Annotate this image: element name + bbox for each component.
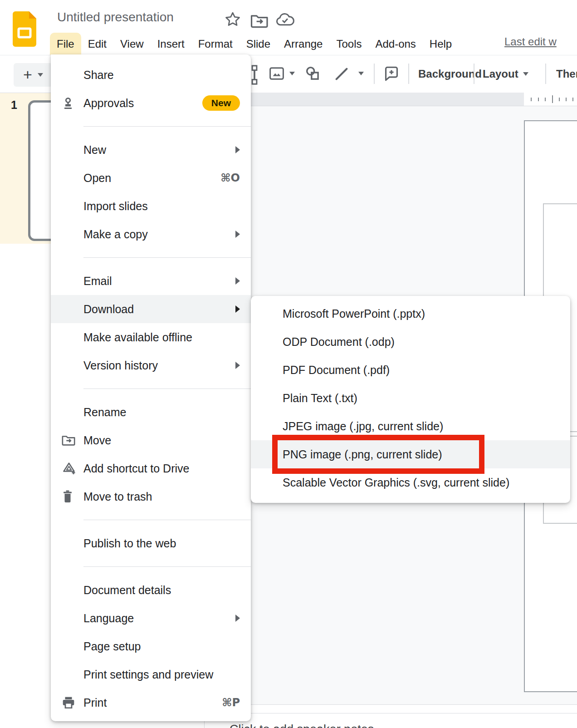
toolbar-divider [474, 64, 474, 84]
insert-comment-icon[interactable] [384, 66, 399, 82]
menu-item-email[interactable]: Email [51, 267, 251, 295]
menu-divider [83, 389, 251, 389]
layout-button[interactable]: Layout [483, 68, 528, 80]
menu-insert[interactable]: Insert [151, 33, 191, 55]
submenu-item-txt[interactable]: Plain Text (.txt) [251, 384, 570, 412]
shortcut-label: ⌘P [222, 696, 240, 709]
chevron-down-icon[interactable] [38, 73, 43, 77]
menu-divider [83, 257, 251, 258]
speaker-notes-box[interactable]: Click to add speaker notes [204, 713, 577, 728]
menu-item-new[interactable]: New [51, 136, 251, 164]
menu-item-add-shortcut-to-drive[interactable]: Add shortcut to Drive [51, 454, 251, 482]
insert-shape-icon[interactable] [305, 66, 321, 81]
folder-move-icon [62, 434, 76, 446]
menu-addons[interactable]: Add-ons [368, 33, 422, 55]
app-header: Untitled presentation File Edit View Ins… [0, 0, 577, 55]
menu-tools[interactable]: Tools [329, 33, 368, 55]
menu-item-language[interactable]: Language [51, 604, 251, 632]
speaker-notes-placeholder: Click to add speaker notes [230, 723, 374, 728]
menu-divider [83, 520, 251, 520]
menu-arrange[interactable]: Arrange [277, 33, 329, 55]
menu-item-rename[interactable]: Rename [51, 398, 251, 426]
menu-format[interactable]: Format [191, 33, 240, 55]
submenu-arrow-icon [235, 362, 240, 369]
insert-image-icon[interactable] [269, 67, 284, 80]
menu-item-publish-to-the-web[interactable]: Publish to the web [51, 529, 251, 557]
submenu-arrow-icon [235, 146, 240, 153]
menu-edit[interactable]: Edit [81, 33, 113, 55]
menu-divider [83, 126, 251, 127]
menu-help[interactable]: Help [423, 33, 459, 55]
red-highlight-box [272, 435, 484, 474]
submenu-arrow-icon [235, 231, 240, 238]
trash-icon [62, 490, 73, 503]
theme-button[interactable]: Ther [556, 68, 577, 80]
submenu-arrow-icon [235, 277, 240, 285]
menu-item-make-a-copy[interactable]: Make a copy [51, 220, 251, 248]
cloud-check-icon[interactable] [275, 13, 295, 28]
shortcut-label: ⌘O [220, 172, 240, 184]
submenu-item-pptx[interactable]: Microsoft PowerPoint (.pptx) [251, 300, 570, 328]
menu-item-page-setup[interactable]: Page setup [51, 632, 251, 660]
menu-item-version-history[interactable]: Version history [51, 351, 251, 379]
submenu-item-odp[interactable]: ODP Document (.odp) [251, 328, 570, 356]
move-folder-icon[interactable] [250, 14, 269, 28]
document-title[interactable]: Untitled presentation [57, 10, 174, 25]
drive-shortcut-icon [62, 462, 76, 475]
image-dropdown-icon[interactable] [289, 72, 295, 75]
menu-item-move-to-trash[interactable]: Move to trash [51, 482, 251, 511]
menu-bar: File Edit View Insert Format Slide Arran… [50, 33, 459, 55]
menu-file[interactable]: File [50, 33, 81, 55]
menu-item-approvals[interactable]: Approvals New [51, 89, 251, 117]
toolbar-divider [374, 64, 375, 84]
menu-view[interactable]: View [113, 33, 151, 55]
background-button[interactable]: Background [418, 68, 482, 80]
submenu-arrow-icon [235, 305, 240, 313]
new-slide-button[interactable]: + [14, 63, 53, 87]
last-edit-link[interactable]: Last edit w [504, 35, 577, 48]
menu-item-document-details[interactable]: Document details [51, 576, 251, 604]
insert-line-icon[interactable] [334, 66, 349, 82]
approval-stamp-icon [62, 97, 74, 109]
toolbar-divider [545, 64, 546, 84]
file-menu: Share Approvals New New Open ⌘O Import s… [51, 54, 251, 721]
slide-number: 1 [11, 98, 17, 112]
line-dropdown-icon[interactable] [358, 72, 364, 75]
submenu-arrow-icon [235, 615, 240, 622]
menu-item-download[interactable]: Download [51, 295, 251, 323]
submenu-item-pdf[interactable]: PDF Document (.pdf) [251, 356, 570, 384]
menu-divider [83, 566, 251, 567]
menu-item-import-slides[interactable]: Import slides [51, 192, 251, 220]
filmstrip-panel: 1 [0, 93, 51, 244]
plus-icon: + [23, 67, 32, 82]
menu-item-make-available-offline[interactable]: Make available offline [51, 323, 251, 351]
star-icon[interactable] [224, 11, 241, 28]
menu-item-move[interactable]: Move [51, 426, 251, 454]
menu-item-share[interactable]: Share [51, 61, 251, 89]
text-box-icon[interactable] [250, 65, 259, 85]
printer-icon [62, 697, 75, 708]
menu-slide[interactable]: Slide [240, 33, 277, 55]
new-badge: New [202, 95, 240, 111]
menu-item-print-settings-and-preview[interactable]: Print settings and preview [51, 660, 251, 689]
toolbar-divider [408, 64, 409, 84]
ruler-ticks [524, 93, 577, 106]
layout-dropdown-icon [523, 72, 528, 76]
menu-item-open[interactable]: Open ⌘O [51, 164, 251, 192]
slides-logo-icon[interactable] [13, 11, 36, 47]
menu-item-print[interactable]: Print ⌘P [51, 689, 251, 717]
